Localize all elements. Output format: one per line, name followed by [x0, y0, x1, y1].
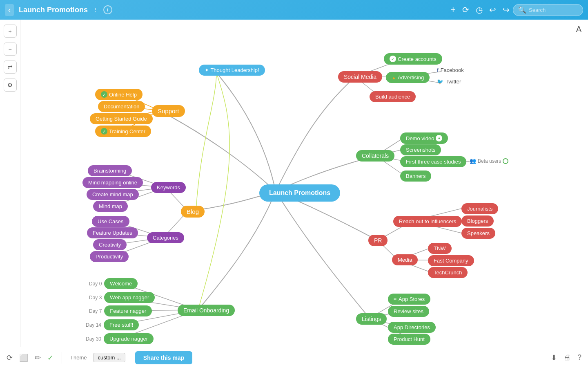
- zoom-in-button[interactable]: +: [4, 25, 17, 38]
- shuffle-button[interactable]: ⇄: [4, 61, 17, 74]
- day0-label: Day 0: [89, 281, 102, 287]
- check-icon[interactable]: ✓: [47, 353, 53, 362]
- feature-updates-label: Feature Updates: [93, 230, 132, 236]
- media-label: Media: [398, 257, 412, 263]
- use-cases-node[interactable]: Use Cases: [92, 216, 129, 227]
- media-node[interactable]: Media: [392, 254, 418, 265]
- facebook-label: Facebook: [441, 67, 464, 73]
- divider: [62, 352, 62, 364]
- app-stores-node[interactable]: ✏ App Stores: [388, 294, 430, 305]
- social-media-node[interactable]: Social Media: [338, 71, 382, 83]
- demo-video-node[interactable]: Demo video ●: [400, 132, 448, 144]
- info-button[interactable]: i: [103, 5, 112, 14]
- welcome-node[interactable]: Welcome: [104, 278, 138, 289]
- techcrunch-label: TechCrunch: [434, 269, 462, 276]
- techcrunch-node[interactable]: TechCrunch: [428, 267, 468, 278]
- banners-node[interactable]: Banners: [400, 171, 431, 182]
- keywords-node[interactable]: Keywords: [151, 182, 186, 193]
- twitter-icon: 🐦: [437, 79, 443, 85]
- upgrade-nagger-node[interactable]: Upgrade nagger: [104, 333, 154, 344]
- online-help-node[interactable]: ✓ Online Help: [95, 89, 143, 100]
- help-icon[interactable]: ?: [577, 353, 581, 362]
- beta-users-icon: 👥: [470, 158, 476, 164]
- settings-button[interactable]: ⚙: [4, 79, 17, 92]
- getting-started-node[interactable]: Getting Started Guide: [90, 113, 153, 124]
- tnw-node[interactable]: TNW: [428, 243, 452, 254]
- pr-node[interactable]: PR: [368, 235, 388, 246]
- creativity-node[interactable]: Creativity: [93, 239, 127, 250]
- collaterals-node[interactable]: Collaterals: [356, 150, 394, 162]
- app-directories-label: App Directories: [394, 324, 430, 330]
- facebook-icon: f: [437, 67, 439, 73]
- advertising-node[interactable]: ▲ Advertising: [386, 72, 430, 83]
- speakers-node[interactable]: Speakers: [461, 228, 495, 239]
- bloggers-node[interactable]: Bloggers: [461, 215, 494, 227]
- categories-node[interactable]: Categories: [147, 232, 184, 243]
- screenshots-node[interactable]: Screenshots: [400, 144, 441, 155]
- keywords-label: Keywords: [157, 184, 180, 191]
- product-hunt-node[interactable]: Product Hunt: [388, 334, 430, 345]
- product-hunt-label: Product Hunt: [394, 336, 425, 342]
- search-box[interactable]: 🔍: [513, 4, 583, 16]
- blog-label: Blog: [187, 208, 199, 215]
- day3-row: Day 3 Web app nagger: [89, 292, 155, 303]
- share-button[interactable]: Share this map: [135, 351, 192, 364]
- zoom-out-button[interactable]: −: [4, 43, 17, 56]
- mind-mapping-online-node[interactable]: Mind mapping online: [82, 177, 143, 188]
- brainstorming-node[interactable]: Brainstorming: [88, 165, 132, 176]
- app-stores-label: App Stores: [399, 296, 425, 302]
- search-input[interactable]: [529, 7, 578, 13]
- edit-icon[interactable]: ✏: [35, 353, 41, 362]
- history-icon[interactable]: ⟳: [7, 353, 13, 362]
- add-icon[interactable]: +: [450, 4, 456, 15]
- productivity-node[interactable]: Productivity: [90, 251, 129, 262]
- web-app-nagger-node[interactable]: Web app nagger: [104, 292, 155, 303]
- journalists-node[interactable]: Journalists: [461, 203, 498, 214]
- productivity-label: Productivity: [96, 254, 123, 260]
- redo-alt-icon[interactable]: ⟳: [462, 5, 469, 15]
- redo-icon[interactable]: ↪: [503, 5, 510, 15]
- day7-row: Day 7 Feature nagger: [89, 305, 152, 316]
- build-audience-label: Build audience: [375, 94, 410, 100]
- blog-node[interactable]: Blog: [181, 206, 205, 218]
- create-accounts-label: Create accounts: [398, 56, 437, 62]
- create-accounts-node[interactable]: ✓ Create accounts: [384, 53, 442, 65]
- screen-icon[interactable]: ⬜: [19, 353, 28, 362]
- documentation-node[interactable]: Documentation: [98, 101, 145, 112]
- feature-nagger-node[interactable]: Feature nagger: [104, 305, 152, 316]
- theme-selector[interactable]: custom ...: [93, 353, 125, 362]
- history-icon[interactable]: ◷: [476, 5, 483, 15]
- font-size-icon[interactable]: A: [576, 25, 581, 34]
- day30-row: Day 30 Upgrade nagger: [86, 333, 154, 344]
- beta-users-label: Beta users: [478, 158, 501, 164]
- email-onboarding-node[interactable]: Email Onboarding: [178, 305, 235, 316]
- mind-map-node[interactable]: Mind map: [93, 201, 128, 212]
- central-node[interactable]: Launch Promotions: [259, 184, 340, 202]
- day3-label: Day 3: [89, 295, 102, 301]
- reach-out-node[interactable]: Reach out to influencers: [393, 216, 462, 227]
- first-case-studies-node[interactable]: First three case studies: [400, 156, 466, 167]
- fast-company-node[interactable]: Fast Company: [428, 255, 474, 266]
- undo-icon[interactable]: ↩: [489, 5, 496, 15]
- download-icon[interactable]: ⬇: [551, 353, 557, 362]
- listings-node[interactable]: Listings: [356, 313, 387, 325]
- training-center-node[interactable]: ✓ Training Center: [95, 126, 151, 137]
- tnw-label: TNW: [434, 245, 446, 251]
- support-node[interactable]: Support: [152, 105, 185, 117]
- back-button[interactable]: ‹: [5, 4, 14, 16]
- collaterals-label: Collaterals: [362, 153, 389, 159]
- app-directories-node[interactable]: App Directories: [388, 322, 436, 333]
- create-mind-map-node[interactable]: Create mind map: [87, 189, 139, 200]
- twitter-label: Twitter: [445, 79, 461, 85]
- first-case-studies-label: First three case studies: [406, 159, 461, 165]
- thought-leadership-node[interactable]: ✦ Thought Leadership!: [199, 65, 265, 76]
- reach-out-label: Reach out to influencers: [399, 218, 456, 224]
- create-mind-map-label: Create mind map: [92, 191, 133, 197]
- build-audience-node[interactable]: Build audience: [370, 91, 416, 102]
- feature-updates-node[interactable]: Feature Updates: [87, 227, 138, 238]
- review-sites-node[interactable]: Review sites: [388, 306, 429, 317]
- free-stuff-node[interactable]: Free stuff!: [104, 319, 139, 330]
- print-icon[interactable]: 🖨: [564, 353, 571, 362]
- screenshots-label: Screenshots: [406, 147, 435, 153]
- day0-row: Day 0 Welcome: [89, 278, 138, 289]
